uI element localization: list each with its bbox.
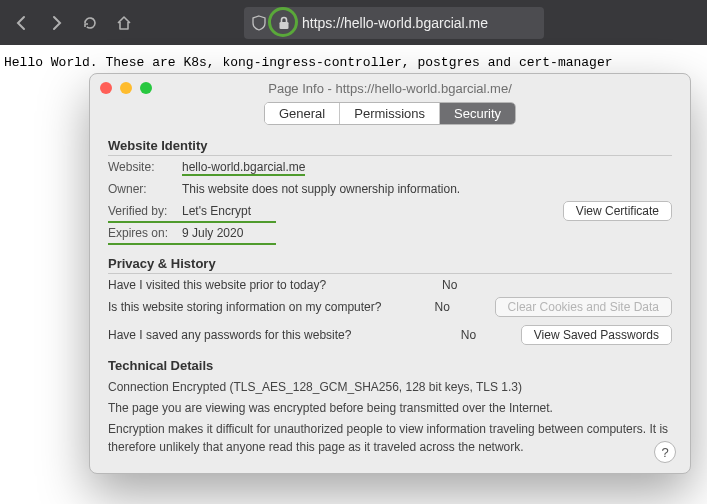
zoom-button[interactable] bbox=[140, 82, 152, 94]
passwords-answer: No bbox=[461, 328, 521, 342]
storing-question: Is this website storing information on m… bbox=[108, 300, 415, 314]
home-button[interactable] bbox=[110, 9, 138, 37]
close-button[interactable] bbox=[100, 82, 112, 94]
help-button[interactable]: ? bbox=[654, 441, 676, 463]
lock-icon[interactable] bbox=[270, 9, 298, 37]
verifiedby-value: Let's Encrypt bbox=[182, 204, 563, 218]
technical-heading: Technical Details bbox=[108, 346, 672, 375]
tab-segmented-control: General Permissions Security bbox=[90, 102, 690, 125]
website-value: hello-world.bgarcial.me bbox=[182, 160, 305, 174]
tab-general[interactable]: General bbox=[265, 103, 340, 124]
tab-security[interactable]: Security bbox=[440, 103, 515, 124]
svg-rect-0 bbox=[280, 22, 289, 29]
storing-answer: No bbox=[435, 300, 495, 314]
forward-button[interactable] bbox=[42, 9, 70, 37]
tab-permissions[interactable]: Permissions bbox=[340, 103, 440, 124]
dialog-titlebar: Page Info - https://hello-world.bgarcial… bbox=[90, 74, 690, 126]
page-info-dialog: Page Info - https://hello-world.bgarcial… bbox=[89, 73, 691, 474]
clear-cookies-button: Clear Cookies and Site Data bbox=[495, 297, 672, 317]
section-privacy: Privacy & History Have I visited this we… bbox=[90, 244, 690, 346]
visited-question: Have I visited this website prior to tod… bbox=[108, 278, 422, 292]
passwords-question: Have I saved any passwords for this webs… bbox=[108, 328, 441, 342]
minimize-button[interactable] bbox=[120, 82, 132, 94]
identity-heading: Website Identity bbox=[108, 126, 672, 156]
tech-line-1: Connection Encrypted (TLS_AES_128_GCM_SH… bbox=[108, 378, 672, 396]
tech-line-2: The page you are viewing was encrypted b… bbox=[108, 399, 672, 417]
view-certificate-button[interactable]: View Certificate bbox=[563, 201, 672, 221]
section-identity: Website Identity Website: hello-world.bg… bbox=[90, 126, 690, 244]
visited-answer: No bbox=[442, 278, 502, 292]
section-technical: Technical Details Connection Encrypted (… bbox=[90, 346, 690, 456]
reload-button[interactable] bbox=[76, 9, 104, 37]
verifiedby-label: Verified by: bbox=[108, 204, 182, 218]
back-button[interactable] bbox=[8, 9, 36, 37]
expires-label: Expires on: bbox=[108, 226, 182, 240]
browser-toolbar: https://hello-world.bgarcial.me bbox=[0, 0, 707, 45]
url-text: https://hello-world.bgarcial.me bbox=[302, 15, 488, 31]
expires-value: 9 July 2020 bbox=[182, 226, 672, 240]
tech-line-3: Encryption makes it difficult for unauth… bbox=[108, 420, 672, 456]
url-bar[interactable]: https://hello-world.bgarcial.me bbox=[244, 7, 544, 39]
owner-label: Owner: bbox=[108, 182, 182, 196]
tracking-shield-icon[interactable] bbox=[250, 14, 268, 32]
website-label: Website: bbox=[108, 160, 182, 174]
window-controls bbox=[100, 82, 152, 94]
view-saved-passwords-button[interactable]: View Saved Passwords bbox=[521, 325, 672, 345]
page-text: Hello World. These are K8s, kong-ingress… bbox=[4, 55, 613, 70]
dialog-title: Page Info - https://hello-world.bgarcial… bbox=[90, 74, 690, 96]
owner-value: This website does not supply ownership i… bbox=[182, 182, 672, 196]
privacy-heading: Privacy & History bbox=[108, 244, 672, 274]
